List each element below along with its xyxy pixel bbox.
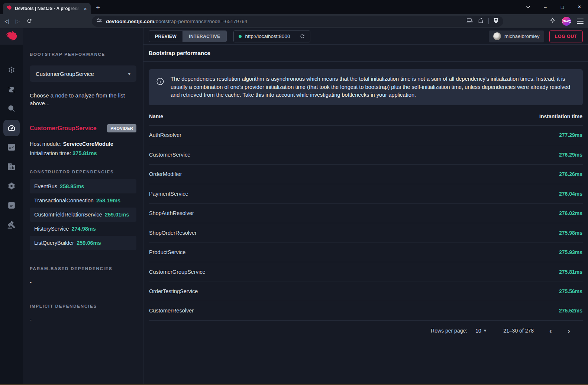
host-module-value: ServiceCoreModule xyxy=(63,141,113,147)
dependency-item[interactable]: EventBus 258.85ms xyxy=(30,179,136,193)
sidebar-item-audit[interactable] xyxy=(0,215,23,234)
back-button[interactable]: ◁ xyxy=(4,18,9,25)
share-icon[interactable] xyxy=(478,17,484,25)
constructor-deps-title: CONSTRUCTOR DEPENDENCIES xyxy=(30,170,136,174)
dependency-time: 274.98ms xyxy=(71,226,96,232)
param-deps-empty: - xyxy=(30,279,136,285)
bootstrap-performance-panel: BOOTSTRAP PERFORMANCE CustomerGroupServi… xyxy=(23,28,143,385)
target-url-box[interactable]: http://localhost:8000 xyxy=(233,31,311,42)
dependency-name: ListQueryBuilder xyxy=(34,240,74,246)
nestjs-logo[interactable] xyxy=(0,28,23,45)
chevron-down-icon: ▾ xyxy=(484,328,487,333)
sidebar-item-settings[interactable] xyxy=(0,176,23,196)
sidebar-item-graph[interactable] xyxy=(0,60,23,80)
table-row[interactable]: CustomerGroupService 275.81ms xyxy=(149,262,583,282)
page-header: Bootstrap performance xyxy=(143,45,588,62)
dependency-name: TransactionalConnection xyxy=(34,198,94,203)
url-bar[interactable]: devtools.nestjs.com/bootstrap-performanc… xyxy=(92,16,503,27)
extensions-icon[interactable] xyxy=(549,17,556,25)
table-row[interactable]: PaymentService 276.04ms xyxy=(149,184,583,203)
row-name: OrderModifier xyxy=(149,171,182,177)
sidebar-item-search-insights[interactable] xyxy=(0,99,23,118)
row-name: ProductService xyxy=(149,249,185,255)
dependency-name: CustomFieldRelationService xyxy=(34,212,102,218)
table-row[interactable]: AuthResolver 277.29ms xyxy=(149,125,583,145)
table-row[interactable]: ProductService 275.93ms xyxy=(149,243,583,262)
toolbar-right-group xyxy=(549,17,584,26)
row-name: OrderTestingService xyxy=(149,288,198,294)
reload-button[interactable] xyxy=(26,18,32,25)
info-banner: The dependencies resolution algorithm is… xyxy=(149,69,583,105)
next-page-button[interactable]: › xyxy=(568,327,570,334)
table-row[interactable]: ShopAuthResolver 276.02ms xyxy=(149,203,583,223)
dependency-time: 259.06ms xyxy=(77,240,101,246)
chevron-down-icon: ▾ xyxy=(128,71,130,77)
dependency-item[interactable]: ListQueryBuilder 259.06ms xyxy=(30,236,136,250)
row-name: ShopAuthResolver xyxy=(149,210,194,216)
table-row[interactable]: ShopOrderResolver 275.98ms xyxy=(149,223,583,243)
row-name: CustomerService xyxy=(149,152,190,158)
init-time-value: 275.81ms xyxy=(72,150,97,156)
row-name: CustomerResolver xyxy=(149,308,194,314)
site-settings-tune-icon[interactable] xyxy=(96,17,102,25)
table-row[interactable]: CustomerService 276.29ms xyxy=(149,145,583,164)
row-time: 276.02ms xyxy=(559,210,582,216)
dependency-item[interactable]: CustomFieldRelationService 259.01ms xyxy=(30,208,136,222)
brave-shield-icon[interactable] xyxy=(493,17,499,25)
sidebar-item-docs[interactable] xyxy=(0,196,23,215)
maximize-button[interactable]: □ xyxy=(554,0,571,14)
devtools-app: BOOTSTRAP PERFORMANCE CustomerGroupServi… xyxy=(0,28,588,385)
panel-title: BOOTSTRAP PERFORMANCE xyxy=(30,52,136,57)
main-column: PREVIEW INTERACTIVE http://localhost:800… xyxy=(143,28,588,385)
sidebar-item-fact-check[interactable] xyxy=(0,138,23,157)
row-name: PaymentService xyxy=(149,191,188,197)
tab-close-icon[interactable]: × xyxy=(83,6,88,12)
table-row[interactable]: OrderTestingService 275.56ms xyxy=(149,282,583,301)
dependency-time: 259.01ms xyxy=(105,212,129,218)
performance-table: Name Instantiation time AuthResolver 277… xyxy=(149,108,583,321)
previous-page-button[interactable]: ‹ xyxy=(549,327,552,334)
dependency-item[interactable]: TransactionalConnection 258.19ms xyxy=(30,193,136,208)
row-time: 275.98ms xyxy=(559,230,582,236)
sidebar-item-routes[interactable] xyxy=(0,80,23,99)
browser-toolbar: ◁ ▷ devtools.nestjs.com/bootstrap-perfor… xyxy=(0,14,588,28)
new-tab-button[interactable]: + xyxy=(96,4,100,12)
column-instantiation-time: Instantiation time xyxy=(539,113,582,119)
target-url: http://localhost:8000 xyxy=(245,33,290,39)
forward-button[interactable]: ▷ xyxy=(16,18,20,25)
user-chip[interactable]: michaelbromley xyxy=(489,31,544,42)
row-name: AuthResolver xyxy=(149,132,181,138)
browser-profile-avatar[interactable] xyxy=(562,17,571,26)
sidebar-item-bootstrap-performance[interactable] xyxy=(0,118,23,138)
url-path: /bootstrap-performance?node=-65179764 xyxy=(154,19,247,24)
tab-search-chevron-icon[interactable] xyxy=(520,0,537,14)
interactive-button[interactable]: INTERACTIVE xyxy=(182,31,226,42)
app-topbar: PREVIEW INTERACTIVE http://localhost:800… xyxy=(143,28,588,45)
url-text: devtools.nestjs.com/bootstrap-performanc… xyxy=(106,19,463,24)
minimize-button[interactable]: – xyxy=(537,0,554,14)
node-header: CustomerGroupService PROVIDER xyxy=(30,124,136,132)
table-row[interactable]: OrderModifier 276.26ms xyxy=(149,164,583,184)
table-row[interactable]: CustomerResolver 275.52ms xyxy=(149,301,583,321)
hamburger-menu-icon[interactable] xyxy=(577,19,584,24)
main-body: The dependencies resolution algorithm is… xyxy=(143,62,588,341)
row-time: 275.81ms xyxy=(559,269,582,275)
dependency-item[interactable]: HistoryService 274.98ms xyxy=(30,222,136,236)
send-to-device-icon[interactable] xyxy=(466,17,473,25)
dependency-name: EventBus xyxy=(34,183,57,189)
provider-badge: PROVIDER xyxy=(107,124,136,132)
logout-button[interactable]: LOG OUT xyxy=(549,31,583,42)
node-select[interactable]: CustomerGroupService ▾ xyxy=(30,65,136,82)
preview-button[interactable]: PREVIEW xyxy=(149,31,182,42)
refresh-icon[interactable] xyxy=(300,33,305,39)
rows-per-page-select[interactable]: 10 ▾ xyxy=(475,328,486,334)
row-time: 275.56ms xyxy=(559,288,582,294)
rows-per-page-value: 10 xyxy=(475,328,481,334)
table-header: Name Instantiation time xyxy=(149,108,583,125)
close-window-button[interactable]: × xyxy=(571,0,588,14)
browser-tab[interactable]: Devtools | NestJS - A progressive × xyxy=(3,3,91,14)
implicit-deps-title: IMPLICIT DEPENDENCIES xyxy=(30,304,136,308)
topbar-right: michaelbromley LOG OUT xyxy=(489,31,583,42)
sidebar-item-modules[interactable] xyxy=(0,157,23,176)
row-name: ShopOrderResolver xyxy=(149,230,197,236)
